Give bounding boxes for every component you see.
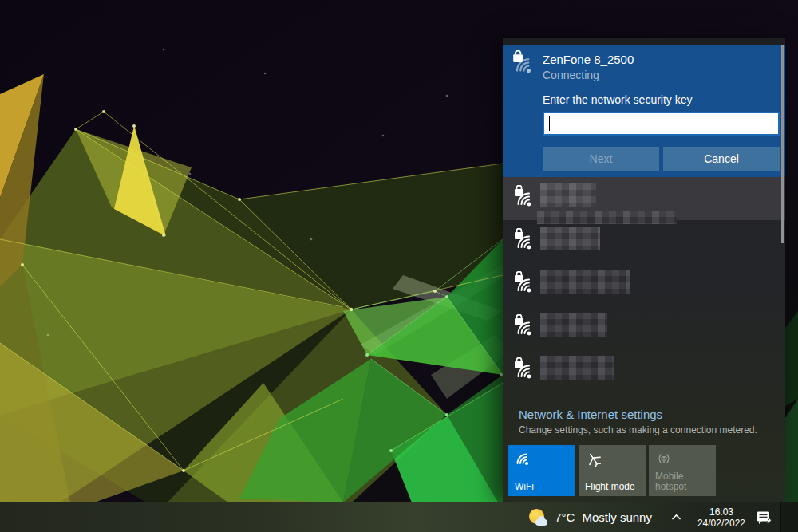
- censored-network-name: [540, 270, 630, 294]
- sun-cloud-icon: [528, 508, 547, 527]
- wifi-toggle-tile[interactable]: WiFi: [508, 445, 575, 496]
- text-caret: [549, 116, 550, 131]
- censored-network-name: [540, 227, 600, 250]
- network-settings-link[interactable]: Network & Internet settings: [519, 408, 662, 421]
- wifi-network-item[interactable]: [503, 349, 785, 392]
- censored-network-name: [540, 356, 614, 380]
- security-key-input[interactable]: [543, 112, 780, 136]
- taskbar: 7°C Mostly sunny 16:03 24/02/2022: [0, 502, 798, 532]
- clock-time: 16:03: [697, 506, 745, 518]
- wifi-network-list: [503, 177, 785, 392]
- weather-condition: Mostly sunny: [582, 510, 652, 524]
- flight-mode-tile[interactable]: Flight mode: [579, 445, 646, 496]
- wifi-network-item[interactable]: [503, 220, 785, 263]
- wifi-network-item[interactable]: [503, 306, 785, 349]
- network-status: Connecting: [543, 69, 599, 81]
- quick-action-tiles: WiFi Flight mode: [508, 445, 716, 496]
- settings-hint-text: Change settings, such as making a connec…: [519, 424, 757, 435]
- airplane-icon: [585, 451, 604, 473]
- action-center-button[interactable]: [756, 510, 773, 526]
- wifi-flyout-panel: ZenFone 8_2500 Connecting Enter the netw…: [503, 38, 785, 502]
- tile-label: WiFi: [515, 482, 572, 492]
- cancel-button[interactable]: Cancel: [663, 147, 780, 171]
- weather-temperature: 7°C: [555, 510, 575, 524]
- clock-date: 24/02/2022: [697, 518, 745, 529]
- mobile-hotspot-tile[interactable]: Mobile hotspot: [649, 445, 716, 496]
- desktop: ZenFone 8_2500 Connecting Enter the netw…: [0, 0, 798, 532]
- weather-widget[interactable]: 7°C Mostly sunny: [528, 508, 652, 527]
- censored-network-name: [540, 313, 607, 337]
- censored-network-name: [540, 183, 596, 207]
- tray-expand-button[interactable]: [671, 514, 681, 521]
- secured-wifi-icon: [514, 314, 535, 341]
- wifi-network-item[interactable]: [503, 263, 785, 306]
- censored-network-detail: [537, 211, 677, 224]
- security-key-prompt: Enter the network security key: [543, 93, 693, 106]
- hotspot-icon: [655, 451, 673, 471]
- secured-wifi-icon: [514, 271, 535, 298]
- wifi-icon: [515, 451, 532, 471]
- selected-network-item[interactable]: ZenFone 8_2500 Connecting Enter the netw…: [503, 45, 785, 177]
- tile-label: Flight mode: [585, 482, 642, 492]
- wifi-network-item[interactable]: [503, 177, 785, 220]
- show-desktop-corner[interactable]: [780, 502, 798, 532]
- taskbar-clock[interactable]: 16:03 24/02/2022: [697, 506, 745, 529]
- secured-wifi-icon: [514, 185, 535, 212]
- next-button[interactable]: Next: [543, 147, 659, 171]
- scrollbar-thumb[interactable]: [781, 45, 784, 243]
- tile-label: Mobile hotspot: [655, 471, 713, 492]
- secured-wifi-icon: [514, 228, 535, 255]
- secured-wifi-icon: [514, 357, 535, 384]
- network-name: ZenFone 8_2500: [543, 53, 634, 66]
- action-center-icon: [756, 510, 773, 526]
- secured-wifi-icon: [512, 50, 535, 79]
- chevron-up-icon: [671, 514, 681, 521]
